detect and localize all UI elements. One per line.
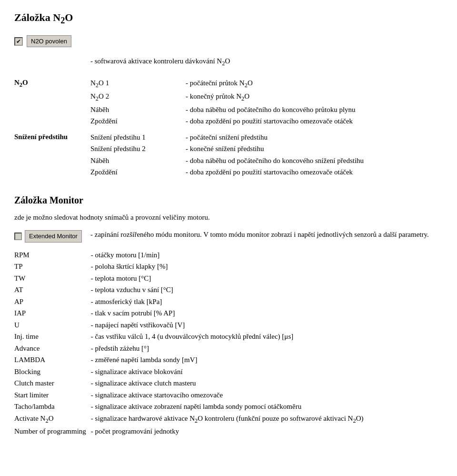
- extended-monitor-checkbox[interactable]: [14, 233, 22, 240]
- table-row: Náběh - doba náběhu od počátečního do ko…: [90, 155, 443, 167]
- rpm-desc: - otáčky motoru [1/min]: [91, 249, 443, 261]
- advance-desc: - předstih záżehu [°]: [91, 343, 443, 354]
- number-programming-label: Number of programming: [14, 425, 91, 437]
- page-title: Záložka N2O: [14, 10, 443, 28]
- table-row: N2O 1 - počáteční průtok N2O: [90, 77, 443, 91]
- table-row: Activate N2O - signalizace hardwarové ak…: [14, 413, 443, 426]
- table-row: RPM - otáčky motoru [1/min]: [14, 249, 443, 261]
- tw-label: TW: [14, 273, 91, 284]
- table-row: Advance - předstih záżehu [°]: [14, 343, 443, 354]
- table-row: Snížení předstihu 1 - počáteční snížení …: [90, 132, 443, 143]
- lambda-desc: - změřené napětí lambda sondy [mV]: [91, 354, 443, 366]
- advance-label: Advance: [14, 343, 91, 354]
- clutch-master-desc: - signalizace aktivace clutch masteru: [91, 377, 443, 389]
- lambda-label: LAMBDA: [14, 354, 91, 366]
- blocking-desc: - signalizace aktivace blokování: [91, 366, 443, 378]
- activate-n2o-label: Activate N2O: [14, 413, 91, 426]
- rpm-label: RPM: [14, 249, 91, 261]
- n2o-checkbox[interactable]: ✔: [14, 37, 23, 46]
- tacho-lambda-label: Tacho/lambda: [14, 401, 91, 413]
- table-row: Zpoždění - doba zpoždění po použití star…: [90, 166, 443, 178]
- ap-label: AP: [14, 296, 91, 308]
- table-row: TW - teplota motoru [°C]: [14, 273, 443, 284]
- clutch-master-label: Clutch master: [14, 377, 91, 389]
- table-row: Blocking - signalizace aktivace blokován…: [14, 366, 443, 378]
- table-row: N2O 2 - konečný průtok N2O: [90, 91, 443, 104]
- extended-monitor-row: Extended Monitor - zapínání rozšířeného …: [14, 229, 443, 243]
- n2o-table: N2O N2O 1 - počáteční průtok N2O N2O 2 -…: [14, 77, 443, 179]
- table-row: Inj. time - čas vstřiku válců 1, 4 (u dv…: [14, 331, 443, 343]
- table-row: AT - teplota vzduchu v sání [°C]: [14, 284, 443, 296]
- u-label: U: [14, 319, 91, 331]
- n2o-main-label: N2O: [14, 77, 90, 128]
- table-row: U - napájecí napětí vstřikovačů [V]: [14, 319, 443, 331]
- start-limiter-label: Start limiter: [14, 389, 91, 401]
- table-row: Snížení předstihu Snížení předstihu 1 - …: [14, 128, 443, 179]
- inj-time-desc: - čas vstřiku válců 1, 4 (u dvouválcovýc…: [91, 331, 443, 343]
- table-row: Start limiter - signalizace aktivace sta…: [14, 389, 443, 401]
- table-row: Náběh - doba náběhu od počátečního do ko…: [90, 104, 443, 116]
- blocking-label: Blocking: [14, 366, 91, 378]
- table-row: Tacho/lambda - signalizace aktivace zobr…: [14, 401, 443, 413]
- table-row: N2O N2O 1 - počáteční průtok N2O N2O 2 -…: [14, 77, 443, 128]
- iap-label: IAP: [14, 307, 91, 319]
- snizeni-label: Snížení předstihu: [14, 128, 90, 179]
- n2o-description-text: - softwarová aktivace kontroleru dávková…: [90, 56, 230, 68]
- monitor-description: zde je možno sledovat hodnoty snímačů a …: [14, 212, 443, 223]
- tacho-lambda-desc: - signalizace aktivace zobrazení napětí …: [91, 401, 443, 413]
- extended-monitor-label: Extended Monitor: [25, 230, 82, 243]
- table-row: AP - atmosferický tlak [kPa]: [14, 296, 443, 308]
- n2o-desc-row: - softwarová aktivace kontroleru dávková…: [14, 56, 443, 68]
- table-row: IAP - tlak v sacím potrubí [% AP]: [14, 307, 443, 319]
- n2o-checkbox-label: N2O povolen: [27, 35, 71, 48]
- table-row: LAMBDA - změřené napětí lambda sondy [mV…: [14, 354, 443, 366]
- at-label: AT: [14, 284, 91, 296]
- number-programming-desc: - počet programování jednotky: [91, 425, 443, 437]
- table-row: Number of programming - počet programová…: [14, 425, 443, 437]
- start-limiter-desc: - signalizace aktivace startovacího omez…: [91, 389, 443, 401]
- tw-desc: - teplota motoru [°C]: [91, 273, 443, 284]
- ap-desc: - atmosferický tlak [kPa]: [91, 296, 443, 308]
- n2o-checkbox-row: ✔ N2O povolen: [14, 35, 443, 48]
- table-row: Snížení předstihu 2 - konečné snížení př…: [90, 143, 443, 155]
- inj-time-label: Inj. time: [14, 331, 91, 343]
- table-row: Zpoždění - doba zpoždění po použití star…: [90, 115, 443, 127]
- at-desc: - teplota vzduchu v sání [°C]: [91, 284, 443, 296]
- table-row: Clutch master - signalizace aktivace clu…: [14, 377, 443, 389]
- iap-desc: - tlak v sacím potrubí [% AP]: [91, 307, 443, 319]
- u-desc: - napájecí napětí vstřikovačů [V]: [91, 319, 443, 331]
- extended-monitor-description: - zapínání rozšířeného módu monitoru. V …: [90, 229, 443, 240]
- table-row: TP - poloha škrtící klapky [%]: [14, 261, 443, 273]
- monitor-table: RPM - otáčky motoru [1/min] TP - poloha …: [14, 249, 443, 437]
- tp-desc: - poloha škrtící klapky [%]: [91, 261, 443, 273]
- tp-label: TP: [14, 261, 91, 273]
- activate-n2o-desc: - signalizace hardwarové aktivace N2O ko…: [91, 413, 443, 426]
- monitor-title: Záložka Monitor: [14, 193, 443, 207]
